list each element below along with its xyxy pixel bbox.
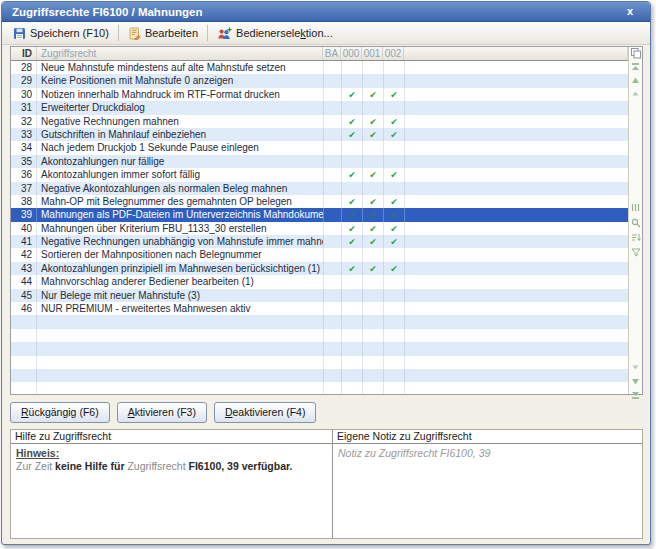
edit-icon — [128, 27, 141, 40]
help-panel: Hilfe zu Zugriffsrecht Hinweis: Zur Zeit… — [11, 430, 333, 538]
table-row[interactable]: 40Mahnungen über Kriterium FBU_1133_30 e… — [11, 222, 628, 235]
close-button[interactable]: x — [622, 2, 638, 21]
check-icon: ✔ — [369, 224, 377, 234]
table-row[interactable]: 41Negative Rechnungen unabhängig von Mah… — [11, 235, 628, 248]
table-row[interactable]: 35Akontozahlungen nur fällige — [11, 155, 628, 168]
column-header-000[interactable]: 000 — [341, 47, 362, 60]
operator-selection-icon — [217, 27, 232, 40]
toolbar-separator — [207, 25, 208, 41]
table-row[interactable]: 28Neue Mahnstufe mindestens auf alte Mah… — [11, 61, 628, 74]
check-icon: ✔ — [348, 197, 356, 207]
copy-grid-icon[interactable] — [629, 48, 642, 59]
move-down-icon[interactable] — [629, 378, 642, 385]
table-row[interactable]: 37Negative Akontozahlungen als normalen … — [11, 182, 628, 195]
note-panel: Eigene Notiz zu Zugriffsrecht Notiz zu Z… — [333, 430, 642, 538]
column-header-ba[interactable]: BA — [323, 47, 341, 60]
hint-label: Hinweis: — [16, 447, 327, 460]
check-icon: ✔ — [369, 264, 377, 274]
grid-body: 28Neue Mahnstufe mindestens auf alte Mah… — [11, 61, 628, 394]
table-row[interactable]: 32Negative Rechnungen mahnen✔✔✔ — [11, 115, 628, 128]
undo-button[interactable]: Rückgängig (F6) — [10, 402, 110, 423]
table-row[interactable]: 43Akontozahlungen prinzipiell im Mahnwes… — [11, 262, 628, 275]
note-panel-title: Eigene Notiz zu Zugriffsrecht — [333, 430, 642, 444]
empty-row[interactable] — [11, 329, 628, 342]
table-row[interactable]: 45Nur Belege mit neuer Mahnstufe (3) — [11, 289, 628, 302]
edit-button[interactable]: Bearbeiten — [122, 25, 204, 42]
check-icon: ✔ — [369, 117, 377, 127]
check-icon: ✔ — [390, 264, 398, 274]
table-row[interactable]: 39Mahnungen als PDF-Dateien im Unterverz… — [11, 208, 628, 221]
title-bar: Zugriffsrechte FI6100 / Mahnungen x — [2, 2, 650, 22]
empty-row[interactable] — [11, 342, 628, 355]
check-icon: ✔ — [390, 197, 398, 207]
check-icon: ✔ — [369, 197, 377, 207]
operator-selection-button[interactable]: Bedienerselektion... — [211, 25, 339, 42]
grid-header-row: ID Zugriffsrecht BA 000 001 002 — [11, 47, 628, 61]
check-icon: ✔ — [390, 170, 398, 180]
save-button[interactable]: Speichern (F10) — [7, 25, 115, 42]
dialog-window: Zugriffsrechte FI6100 / Mahnungen x Spei… — [1, 1, 651, 545]
action-bar: Rückgängig (F6) Aktivieren (F3) Deaktivi… — [10, 402, 316, 423]
table-row[interactable]: 36Akontozahlungen immer sofort fällig✔✔✔ — [11, 168, 628, 181]
column-header-002[interactable]: 002 — [383, 47, 404, 60]
empty-row[interactable] — [11, 369, 628, 382]
grid-side-toolbar — [628, 47, 642, 394]
scroll-bottom-icon[interactable] — [629, 391, 642, 399]
check-icon: ✔ — [348, 130, 356, 140]
empty-row[interactable] — [11, 382, 628, 394]
check-icon: ✔ — [369, 170, 377, 180]
table-row[interactable]: 44Mahnvorschlag anderer Bediener bearbei… — [11, 275, 628, 288]
help-panel-body: Hinweis: Zur Zeit keine Hilfe für Zugrif… — [11, 444, 332, 476]
check-icon: ✔ — [348, 90, 356, 100]
column-header-filler — [404, 47, 628, 60]
table-row[interactable]: 30Notizen innerhalb Mahndruck im RTF-For… — [11, 88, 628, 101]
filter-icon[interactable] — [629, 248, 642, 257]
check-icon: ✔ — [390, 90, 398, 100]
check-icon: ✔ — [369, 90, 377, 100]
table-row[interactable]: 34Nach jedem Druckjob 1 Sekunde Pause ei… — [11, 141, 628, 154]
window-title: Zugriffsrechte FI6100 / Mahnungen — [12, 6, 202, 18]
edit-button-label: Bearbeiten — [145, 27, 198, 39]
empty-row[interactable] — [11, 315, 628, 328]
move-up-icon[interactable] — [629, 77, 642, 84]
table-row[interactable]: 38Mahn-OP mit Belegnummer des gemahnten … — [11, 195, 628, 208]
column-header-id[interactable]: ID — [11, 47, 37, 60]
step-up-icon[interactable] — [629, 91, 642, 96]
check-icon: ✔ — [390, 224, 398, 234]
table-row[interactable]: 29Keine Positionen mit Mahnstufe 0 anzei… — [11, 74, 628, 87]
operator-selection-button-label: Bedienerselektion... — [236, 27, 333, 39]
check-icon: ✔ — [348, 117, 356, 127]
check-icon: ✔ — [348, 237, 356, 247]
step-down-icon[interactable] — [629, 365, 642, 370]
note-panel-body[interactable]: Notiz zu Zugriffsrecht FI6100, 39 — [333, 444, 642, 463]
help-panel-title: Hilfe zu Zugriffsrecht — [11, 430, 332, 444]
table-row[interactable]: 33Gutschriften in Mahnlauf einbeziehen✔✔… — [11, 128, 628, 141]
toolbar: Speichern (F10) Bearbeiten Bedienerselek… — [2, 22, 650, 45]
search-icon[interactable] — [629, 218, 642, 228]
check-icon: ✔ — [369, 210, 377, 220]
access-rights-grid: ID Zugriffsrecht BA 000 001 002 28Neue M… — [10, 46, 643, 395]
check-icon: ✔ — [348, 170, 356, 180]
save-icon — [13, 27, 26, 40]
check-icon: ✔ — [348, 264, 356, 274]
empty-row[interactable] — [11, 356, 628, 369]
toolbar-separator — [118, 25, 119, 41]
hint-text: Zur Zeit keine Hilfe für Zugriffsrecht F… — [16, 460, 327, 473]
save-button-label: Speichern (F10) — [30, 27, 109, 39]
check-icon: ✔ — [390, 130, 398, 140]
check-icon: ✔ — [348, 224, 356, 234]
bottom-panels: Hilfe zu Zugriffsrecht Hinweis: Zur Zeit… — [10, 429, 643, 539]
scroll-top-icon[interactable] — [629, 63, 642, 71]
check-icon: ✔ — [348, 210, 356, 220]
activate-button[interactable]: Aktivieren (F3) — [117, 402, 207, 423]
check-icon: ✔ — [390, 237, 398, 247]
table-row[interactable]: 31Erweiterter Druckdialog — [11, 101, 628, 114]
deactivate-button[interactable]: Deaktivieren (F4) — [214, 402, 317, 423]
columns-icon[interactable] — [629, 203, 642, 212]
table-row[interactable]: 42Sortieren der Mahnpositionen nach Bele… — [11, 248, 628, 261]
sort-icon[interactable] — [629, 233, 642, 242]
column-header-name[interactable]: Zugriffsrecht — [37, 47, 323, 60]
column-header-001[interactable]: 001 — [362, 47, 383, 60]
table-row[interactable]: 46NUR PREMIUM - erweitertes Mahnwesen ak… — [11, 302, 628, 315]
check-icon: ✔ — [390, 210, 398, 220]
